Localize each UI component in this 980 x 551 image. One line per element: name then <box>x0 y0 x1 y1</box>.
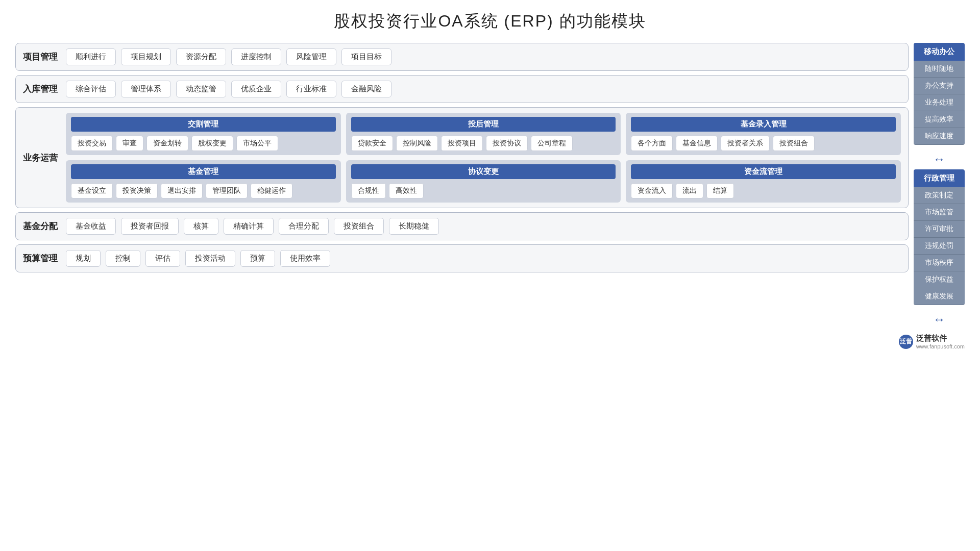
logo-area: 泛普 泛普软件 www.fanpusoft.com <box>15 334 965 349</box>
project-tag: 项目规划 <box>121 48 171 65</box>
biz-tag: 高效性 <box>389 183 424 198</box>
biz-tag: 控制风险 <box>396 136 438 151</box>
biz-submodule: 基金管理基金设立投资决策退出安排管理团队稳健运作 <box>66 160 341 203</box>
biz-submodule: 投后管理贷款安全控制风险投资项目投资协议公司章程 <box>346 113 621 155</box>
inventory-section: 入库管理 综合评估管理体系动态监管优质企业行业标准金融风险 <box>15 75 909 103</box>
biz-tag: 股权变更 <box>191 136 233 151</box>
budget-tag: 评估 <box>145 250 180 267</box>
biz-tag: 投资者关系 <box>721 136 770 151</box>
biz-tag: 资金流入 <box>631 183 673 198</box>
biz-tag: 基金信息 <box>676 136 718 151</box>
arrow1: ↔ <box>914 150 965 168</box>
budget-tag: 预算 <box>240 250 275 267</box>
inventory-tag: 动态监管 <box>176 81 226 97</box>
biz-submodule-title: 基金录入管理 <box>631 117 896 132</box>
biz-submodule-tags: 资金流入流出结算 <box>631 183 896 198</box>
biz-submodule-title: 交割管理 <box>71 117 336 132</box>
budget-section: 预算管理 规划控制评估投资活动预算使用效率 <box>15 244 909 272</box>
project-tag: 顺利进行 <box>66 48 116 65</box>
admin-sidebar-item[interactable]: 健康发展 <box>914 288 965 305</box>
mobile-group: 移动办公 随时随地办公支持业务处理提高效率响应速度 <box>914 43 965 149</box>
mobile-sidebar-item[interactable]: 随时随地 <box>914 61 965 78</box>
right-sidebar: 移动办公 随时随地办公支持业务处理提高效率响应速度 ↔ 行政管理 政策制定市场监… <box>914 43 965 330</box>
project-tag: 资源分配 <box>176 48 226 65</box>
biz-section: 业务运营 交割管理投资交易审查资金划转股权变更市场公平投后管理贷款安全控制风险投… <box>15 107 909 208</box>
fund-dist-tag: 基金收益 <box>66 218 116 235</box>
biz-label: 业务运营 <box>23 113 60 203</box>
arrow2: ↔ <box>914 310 965 329</box>
logo-icon: 泛普 <box>899 335 913 349</box>
page-title: 股权投资行业OA系统 (ERP) 的功能模块 <box>334 10 646 33</box>
admin-sidebar-item[interactable]: 违规处罚 <box>914 238 965 255</box>
biz-tag: 投资组合 <box>773 136 815 151</box>
budget-tags: 规划控制评估投资活动预算使用效率 <box>66 250 901 267</box>
project-tag: 风险管理 <box>286 48 336 65</box>
fund-dist-tag: 长期稳健 <box>389 218 439 235</box>
inventory-tag: 优质企业 <box>231 81 281 97</box>
mobile-sidebar-item[interactable]: 提高效率 <box>914 111 965 128</box>
biz-tag: 投资决策 <box>116 183 158 198</box>
project-tag: 项目目标 <box>341 48 391 65</box>
admin-sidebar-item[interactable]: 市场秩序 <box>914 255 965 271</box>
fund-dist-tag: 精确计算 <box>224 218 274 235</box>
biz-tag: 结算 <box>706 183 734 198</box>
biz-tag: 投资交易 <box>71 136 113 151</box>
budget-label: 预算管理 <box>23 253 60 264</box>
biz-tag: 各个方面 <box>631 136 673 151</box>
biz-tag: 基金设立 <box>71 183 113 198</box>
fund-dist-tag: 合理分配 <box>279 218 329 235</box>
biz-submodule-tags: 基金设立投资决策退出安排管理团队稳健运作 <box>71 183 336 198</box>
biz-submodule-title: 协议变更 <box>351 164 616 179</box>
admin-sidebar-item[interactable]: 市场监管 <box>914 204 965 221</box>
biz-submodule-title: 基金管理 <box>71 164 336 179</box>
budget-tag: 投资活动 <box>185 250 235 267</box>
biz-tag: 退出安排 <box>161 183 203 198</box>
project-section: 项目管理 顺利进行项目规划资源分配进度控制风险管理项目目标 <box>15 43 909 71</box>
biz-submodule-tags: 合规性高效性 <box>351 183 616 198</box>
biz-tag: 投资项目 <box>441 136 483 151</box>
biz-tag: 审查 <box>116 136 143 151</box>
admin-sidebar-item[interactable]: 政策制定 <box>914 187 965 204</box>
main-layout: 项目管理 顺利进行项目规划资源分配进度控制风险管理项目目标 入库管理 综合评估管… <box>15 43 965 330</box>
project-tag: 进度控制 <box>231 48 281 65</box>
logo-name: 泛普软件 <box>916 334 947 343</box>
biz-submodule-title: 投后管理 <box>351 117 616 132</box>
center-content: 项目管理 顺利进行项目规划资源分配进度控制风险管理项目目标 入库管理 综合评估管… <box>15 43 909 330</box>
mobile-sidebar-item[interactable]: 业务处理 <box>914 94 965 111</box>
biz-tag: 公司章程 <box>531 136 573 151</box>
logo-text-block: 泛普软件 www.fanpusoft.com <box>916 334 965 349</box>
biz-grid: 交割管理投资交易审查资金划转股权变更市场公平投后管理贷款安全控制风险投资项目投资… <box>66 113 901 203</box>
biz-tag: 稳健运作 <box>251 183 292 198</box>
biz-submodule: 协议变更合规性高效性 <box>346 160 621 203</box>
mobile-sidebar-item[interactable]: 响应速度 <box>914 128 965 145</box>
biz-submodule-tags: 各个方面基金信息投资者关系投资组合 <box>631 136 896 151</box>
mobile-sidebar-item[interactable]: 办公支持 <box>914 78 965 94</box>
fund-dist-tag: 投资者回报 <box>121 218 179 235</box>
fund-dist-tags: 基金收益投资者回报核算精确计算合理分配投资组合长期稳健 <box>66 218 901 235</box>
budget-tag: 使用效率 <box>280 250 330 267</box>
admin-sidebar-item[interactable]: 保护权益 <box>914 271 965 288</box>
project-label: 项目管理 <box>23 51 60 63</box>
fund-dist-section: 基金分配 基金收益投资者回报核算精确计算合理分配投资组合长期稳健 <box>15 212 909 240</box>
biz-tag: 贷款安全 <box>351 136 393 151</box>
biz-submodule-tags: 投资交易审查资金划转股权变更市场公平 <box>71 136 336 151</box>
biz-tag: 流出 <box>676 183 703 198</box>
fund-dist-tag: 核算 <box>184 218 218 235</box>
biz-tag: 市场公平 <box>236 136 278 151</box>
biz-tag: 管理团队 <box>206 183 248 198</box>
inventory-tag: 金融风险 <box>341 81 391 97</box>
project-tags: 顺利进行项目规划资源分配进度控制风险管理项目目标 <box>66 48 901 65</box>
biz-tag: 投资协议 <box>486 136 528 151</box>
inventory-tag: 行业标准 <box>286 81 336 97</box>
mobile-title: 移动办公 <box>914 43 965 61</box>
admin-title: 行政管理 <box>914 169 965 187</box>
admin-sidebar-item[interactable]: 许可审批 <box>914 221 965 238</box>
inventory-tag: 综合评估 <box>66 81 116 97</box>
fund-dist-tag: 投资组合 <box>334 218 384 235</box>
inventory-tag: 管理体系 <box>121 81 171 97</box>
inventory-label: 入库管理 <box>23 83 60 95</box>
biz-tag: 资金划转 <box>146 136 188 151</box>
admin-group: 行政管理 政策制定市场监管许可审批违规处罚市场秩序保护权益健康发展 <box>914 169 965 309</box>
biz-submodule-tags: 贷款安全控制风险投资项目投资协议公司章程 <box>351 136 616 151</box>
logo-url: www.fanpusoft.com <box>916 343 965 349</box>
